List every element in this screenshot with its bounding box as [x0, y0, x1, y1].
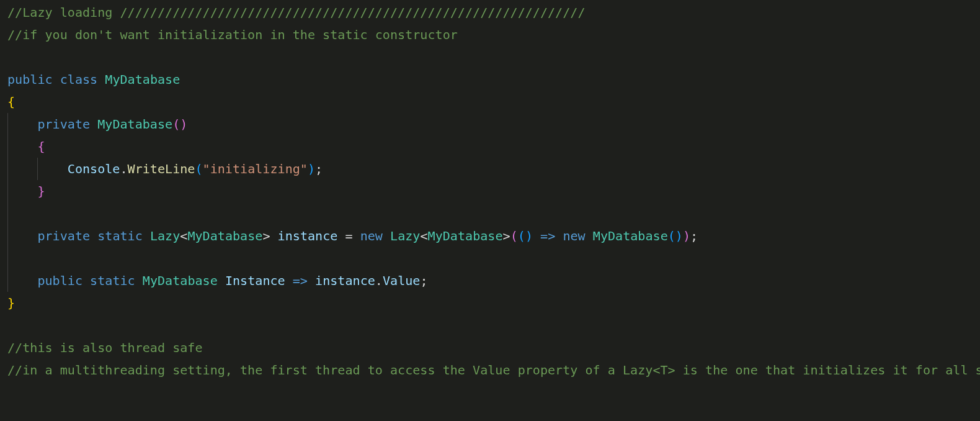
string-literal: "initializing"	[203, 161, 308, 176]
type-name: Lazy	[150, 229, 180, 243]
keyword: public	[37, 273, 82, 288]
keyword: class	[60, 72, 98, 87]
punct: >	[262, 229, 270, 243]
keyword: private	[37, 117, 90, 132]
paren: )	[683, 229, 690, 243]
brace: }	[37, 184, 45, 199]
punct: =	[337, 229, 360, 243]
paren: )	[308, 161, 315, 176]
punct: ;	[315, 161, 323, 176]
type-name: Lazy	[390, 229, 420, 243]
type-name: MyDatabase	[593, 229, 668, 243]
brace: {	[37, 139, 45, 154]
identifier: instance	[278, 229, 338, 243]
keyword: static	[97, 229, 143, 243]
code-block: //Lazy loading /////////////////////////…	[0, 0, 980, 389]
arrow: =>	[533, 229, 563, 243]
type-name: MyDatabase	[187, 229, 262, 243]
identifier: Value	[383, 273, 421, 288]
type-name: MyDatabase	[97, 117, 172, 132]
identifier: Console	[68, 161, 120, 176]
comment-line: //in a multithreading setting, the first…	[7, 363, 980, 378]
comment-line: //Lazy loading	[7, 5, 120, 20]
punct: ;	[690, 229, 698, 243]
comment-line: ////////////////////////////////////////…	[120, 5, 585, 20]
punct: .	[375, 273, 383, 288]
type-name: MyDatabase	[105, 72, 180, 87]
type-name: MyDatabase	[428, 229, 503, 243]
punct: <	[180, 229, 187, 243]
keyword: public	[7, 72, 53, 87]
type-name: MyDatabase	[143, 273, 218, 288]
punct: >	[503, 229, 510, 243]
paren: (	[195, 161, 202, 176]
punct: .	[120, 161, 127, 176]
punct: <	[420, 229, 427, 243]
punct: ;	[420, 273, 427, 288]
arrow: =>	[285, 273, 315, 288]
method-name: WriteLine	[128, 161, 195, 176]
comment-line: //this is also thread safe	[7, 340, 203, 355]
identifier: instance	[315, 273, 375, 288]
identifier: Instance	[225, 273, 285, 288]
keyword: new	[360, 229, 383, 243]
comment-line: //if you don't want initialization in th…	[7, 27, 458, 42]
keyword: new	[563, 229, 585, 243]
paren: ()	[172, 117, 187, 132]
paren: ()	[518, 229, 533, 243]
paren: (	[510, 229, 518, 243]
brace: {	[7, 94, 15, 109]
brace: }	[7, 296, 15, 310]
paren: ()	[668, 229, 683, 243]
keyword: static	[90, 273, 135, 288]
keyword: private	[37, 229, 90, 243]
